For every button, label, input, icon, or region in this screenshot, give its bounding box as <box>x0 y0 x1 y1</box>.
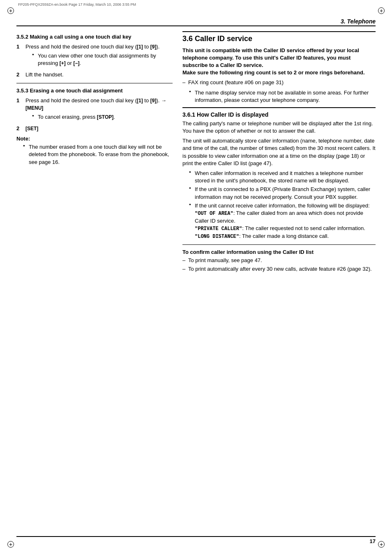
bullet-list-361: When caller information is received and … <box>189 170 376 240</box>
bullet-phonebook-match: When caller information is received and … <box>189 170 376 184</box>
step-352-1: 1 Press and hold the desired one touch d… <box>16 43 173 69</box>
step-353-1-bullet-1: To cancel erasing, press [STOP]. <box>32 113 173 121</box>
para-361-1: The calling party's name or telephone nu… <box>182 120 376 135</box>
rule-between-352-353 <box>16 83 173 83</box>
note-bullet-1: The number erased from a one touch dial … <box>23 143 173 166</box>
section-header: 3. Telephone <box>341 18 376 25</box>
section-353-title: 3.5.3 Erasing a one touch dial assignmen… <box>16 88 173 94</box>
step-352-1-num: 1 <box>16 43 24 51</box>
code-private-caller: "PRIVATE CALLER" <box>195 226 242 232</box>
dash-item-fax-ring: FAX ring count (feature #06 on page 31) <box>182 79 376 86</box>
note-label: Note: <box>16 136 173 142</box>
corner-mark-tl <box>7 7 14 14</box>
step-352-1-bullet-1: You can view other one touch dial assign… <box>32 52 173 67</box>
step-353-2-content: [SET] <box>25 125 173 132</box>
rule-top-right <box>182 31 376 32</box>
private-caller-desc: : The caller requested not to send calle… <box>242 225 365 231</box>
rule-361 <box>182 107 376 108</box>
bottom-rule <box>16 536 376 537</box>
dash-confirm-2: To print automatically after every 30 ne… <box>182 265 376 273</box>
code-long-distance: "LONG DISTANCE" <box>195 234 239 240</box>
step-352-2: 2 Lift the handset. <box>16 71 173 78</box>
step-352-1-bullets: You can view other one touch dial assign… <box>32 52 173 67</box>
section-36-intro: This unit is compatible with the Caller … <box>182 47 376 77</box>
bullet-cannot-receive: If the unit cannot receive caller inform… <box>189 202 376 240</box>
top-rule <box>16 25 376 26</box>
step-353-2: 2 [SET] <box>16 125 173 132</box>
dash-confirm-1: To print manually, see page 47. <box>182 257 376 264</box>
bullet-name-display: The name display service may not be avai… <box>189 89 376 104</box>
step-353-1-bullets: To cancel erasing, press [STOP]. <box>32 113 173 121</box>
section-352-title: 3.5.2 Making a call using a one touch di… <box>16 34 173 41</box>
step-353-2-num: 2 <box>16 125 24 132</box>
file-info: FP205-PFQX2559ZA-en.book Page 17 Friday,… <box>18 2 136 7</box>
step-353-1: 1 Press and hold the desired one touch d… <box>16 97 173 123</box>
rule-to-confirm <box>182 244 376 245</box>
step-352-2-content: Lift the handset. <box>25 71 173 78</box>
dash-list-confirm: To print manually, see page 47. To print… <box>182 257 376 273</box>
bullet-pbx: If the unit is connected to a PBX (Priva… <box>189 186 376 200</box>
corner-mark-tr <box>378 7 385 14</box>
long-distance-desc: : The caller made a long distance call. <box>239 233 329 239</box>
step-352-1-content: Press and hold the desired one touch dia… <box>25 43 173 69</box>
right-column: 3.6 Caller ID service This unit is compa… <box>182 30 376 530</box>
left-column: 3.5.2 Making a call using a one touch di… <box>16 30 173 530</box>
para-361-2: The unit will automatically store caller… <box>182 137 376 167</box>
corner-mark-bl <box>7 541 14 548</box>
dash-list-36: FAX ring count (feature #06 on page 31) <box>182 79 376 86</box>
section-36-title: 3.6 Caller ID service <box>182 35 376 44</box>
code-out-of-area: "OUT OF AREA" <box>195 211 233 216</box>
corner-mark-br <box>378 541 385 548</box>
page-number: 17 <box>370 538 376 544</box>
main-content: 3.5.2 Making a call using a one touch di… <box>16 30 376 530</box>
step-353-1-content: Press and hold the desired one touch dia… <box>25 97 173 123</box>
to-confirm-label: To confirm caller information using the … <box>182 249 376 255</box>
step-353-1-num: 1 <box>16 97 24 104</box>
bullet-list-name-display: The name display service may not be avai… <box>189 89 376 104</box>
note-bullets: The number erased from a one touch dial … <box>23 143 173 166</box>
step-352-2-num: 2 <box>16 71 24 78</box>
section-361-title: 3.6.1 How Caller ID is displayed <box>182 111 376 118</box>
